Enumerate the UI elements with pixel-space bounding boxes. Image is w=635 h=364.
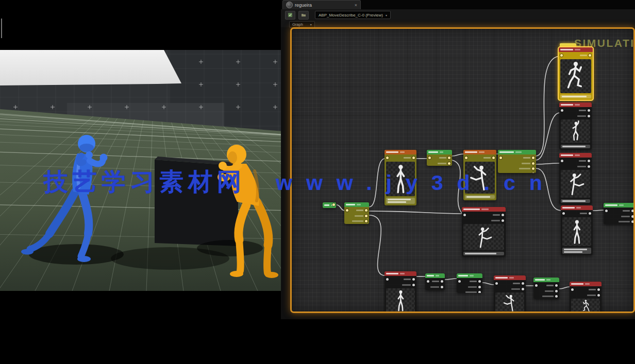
node-pin[interactable]	[478, 280, 481, 283]
graph-node-D3[interactable]	[463, 150, 496, 200]
node-pin[interactable]	[631, 220, 634, 223]
node-pin[interactable]	[448, 157, 450, 159]
node-pin[interactable]	[597, 288, 600, 291]
node-pin[interactable]	[597, 294, 600, 297]
node-pin[interactable]	[448, 162, 450, 165]
graph-node-G2[interactable]	[425, 273, 445, 290]
node-pin[interactable]	[589, 54, 591, 57]
compile-icon	[288, 12, 293, 18]
graph-canvas[interactable]: SIMULATING	[290, 27, 635, 313]
node-pin[interactable]	[555, 295, 558, 298]
compile-button[interactable]	[285, 11, 295, 20]
node-pin-row	[559, 164, 592, 169]
node-pin[interactable]	[588, 115, 590, 117]
node-pin[interactable]	[495, 282, 498, 285]
node-pin-row	[427, 161, 452, 166]
node-pin[interactable]	[532, 157, 534, 159]
node-pin[interactable]	[522, 282, 524, 285]
graph-wire	[536, 113, 560, 160]
node-pin[interactable]	[478, 291, 481, 293]
node-pin[interactable]	[386, 157, 389, 159]
node-pin[interactable]	[588, 165, 590, 168]
node-pin[interactable]	[428, 157, 431, 159]
node-pin[interactable]	[589, 212, 591, 215]
illegible-text-bar	[576, 207, 581, 209]
node-pin[interactable]	[532, 162, 534, 165]
node-pin[interactable]	[562, 212, 565, 215]
illegible-text-bar	[400, 151, 405, 153]
node-header	[559, 153, 592, 158]
node-pin[interactable]	[605, 210, 608, 212]
node-pin[interactable]	[492, 157, 495, 159]
node-pin[interactable]	[588, 160, 590, 162]
node-pin[interactable]	[502, 214, 504, 216]
graph-node-B3[interactable]	[561, 205, 593, 255]
anim-thumbnail	[571, 299, 600, 313]
node-pin[interactable]	[412, 284, 415, 286]
node-pin[interactable]	[502, 219, 504, 222]
tab-anim-blueprint[interactable]: regueira ×	[282, 0, 361, 9]
node-pin[interactable]	[561, 109, 563, 112]
node-pin[interactable]	[463, 214, 466, 216]
node-pin[interactable]	[441, 280, 443, 283]
debug-object-dropdown[interactable]: ABP_MoveDescribe_C-0 (Preview) ▾	[315, 11, 391, 19]
graph-node-C[interactable]	[604, 203, 635, 224]
node-pin[interactable]	[365, 220, 367, 222]
illegible-text-bar	[575, 49, 580, 50]
node-pin[interactable]	[346, 209, 348, 212]
node-pin[interactable]	[365, 209, 367, 212]
pose-figure-icon	[564, 120, 588, 142]
node-pin[interactable]	[560, 54, 563, 57]
node-pin[interactable]	[532, 172, 534, 174]
illegible-text-bar	[585, 283, 590, 285]
node-label-bar	[463, 252, 504, 255]
node-header	[559, 47, 593, 52]
graph-node-D2[interactable]	[427, 150, 452, 166]
illegible-text-bar	[511, 288, 520, 290]
graph-node-G6[interactable]	[570, 282, 601, 313]
node-pin[interactable]	[631, 215, 634, 218]
graph-node-F1[interactable]	[462, 207, 506, 257]
graph-node-D1[interactable]	[385, 150, 416, 205]
node-pin[interactable]	[427, 280, 429, 283]
node-pin[interactable]	[561, 160, 563, 162]
graph-node-G4[interactable]	[494, 275, 526, 313]
node-pin[interactable]	[386, 278, 389, 281]
node-pin[interactable]	[522, 288, 524, 290]
graph-node-B2[interactable]	[559, 153, 592, 204]
node-pin[interactable]	[412, 157, 415, 159]
node-pin[interactable]	[571, 288, 574, 291]
graph-node-E2[interactable]	[344, 202, 369, 224]
illegible-text-bar	[499, 151, 514, 153]
node-pin-row	[344, 213, 369, 218]
node-pin-row	[457, 278, 482, 284]
node-pin[interactable]	[631, 210, 634, 212]
node-pin[interactable]	[332, 203, 335, 206]
node-pin[interactable]	[441, 286, 443, 288]
graph-node-A[interactable]	[559, 47, 593, 100]
illegible-text-bar	[346, 204, 355, 205]
node-pin[interactable]	[365, 215, 367, 217]
node-pin-row	[457, 284, 482, 289]
tab-close-icon[interactable]: ×	[355, 3, 357, 8]
node-pin[interactable]	[412, 278, 415, 281]
graph-node-G1[interactable]	[385, 271, 416, 313]
node-pin[interactable]	[588, 109, 590, 112]
viewport-3d[interactable]	[0, 31, 283, 291]
node-pin[interactable]	[465, 157, 467, 159]
graph-node-B1[interactable]	[559, 102, 592, 150]
graph-node-E1[interactable]	[323, 202, 336, 208]
node-pin[interactable]	[478, 286, 481, 288]
graph-node-G3[interactable]	[457, 273, 482, 293]
node-pin[interactable]	[535, 284, 538, 287]
graph-node-G5[interactable]	[533, 278, 559, 299]
graph-node-D4[interactable]	[498, 150, 536, 173]
node-pin-row	[604, 214, 635, 219]
node-pin-row	[462, 218, 506, 223]
node-pin[interactable]	[555, 290, 558, 292]
node-pin[interactable]	[458, 280, 461, 283]
node-pin[interactable]	[499, 157, 502, 159]
node-pin[interactable]	[532, 167, 534, 170]
node-pin[interactable]	[555, 284, 558, 287]
browse-asset-button[interactable]	[298, 11, 309, 20]
